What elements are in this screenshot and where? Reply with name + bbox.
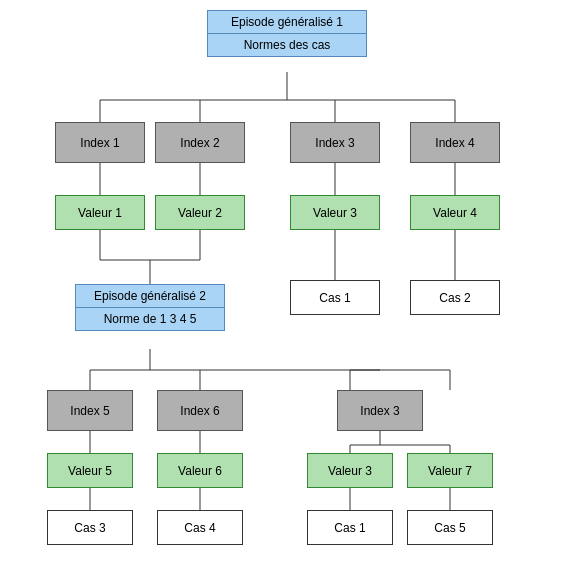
episode1-node: Episode généralisé 1 Normes des cas (207, 10, 367, 57)
valeur7-label: Valeur 7 (428, 464, 472, 478)
valeur1-label: Valeur 1 (78, 206, 122, 220)
episode2-sub: Norme de 1 3 4 5 (76, 308, 224, 330)
valeur1-node: Valeur 1 (55, 195, 145, 230)
cas1b-node: Cas 1 (307, 510, 393, 545)
valeur3b-node: Valeur 3 (307, 453, 393, 488)
cas4-node: Cas 4 (157, 510, 243, 545)
valeur3b-label: Valeur 3 (328, 464, 372, 478)
cas5-node: Cas 5 (407, 510, 493, 545)
index3a-label: Index 3 (315, 136, 354, 150)
index6-label: Index 6 (180, 404, 219, 418)
cas4-label: Cas 4 (184, 521, 215, 535)
episode2-title: Episode généralisé 2 (76, 285, 224, 308)
valeur6-node: Valeur 6 (157, 453, 243, 488)
cas3-node: Cas 3 (47, 510, 133, 545)
valeur7-node: Valeur 7 (407, 453, 493, 488)
index1-label: Index 1 (80, 136, 119, 150)
cas5-label: Cas 5 (434, 521, 465, 535)
index2-label: Index 2 (180, 136, 219, 150)
valeur3a-label: Valeur 3 (313, 206, 357, 220)
valeur4-label: Valeur 4 (433, 206, 477, 220)
cas1a-node: Cas 1 (290, 280, 380, 315)
index1-node: Index 1 (55, 122, 145, 163)
cas1a-label: Cas 1 (319, 291, 350, 305)
valeur5-label: Valeur 5 (68, 464, 112, 478)
index5-label: Index 5 (70, 404, 109, 418)
index3b-label: Index 3 (360, 404, 399, 418)
cas3-label: Cas 3 (74, 521, 105, 535)
valeur6-label: Valeur 6 (178, 464, 222, 478)
episode2-node: Episode généralisé 2 Norme de 1 3 4 5 (75, 284, 225, 331)
index2-node: Index 2 (155, 122, 245, 163)
index4-node: Index 4 (410, 122, 500, 163)
valeur4-node: Valeur 4 (410, 195, 500, 230)
index3b-node: Index 3 (337, 390, 423, 431)
episode1-title: Episode généralisé 1 (208, 11, 366, 34)
cas2-node: Cas 2 (410, 280, 500, 315)
valeur2-label: Valeur 2 (178, 206, 222, 220)
index5-node: Index 5 (47, 390, 133, 431)
cas1b-label: Cas 1 (334, 521, 365, 535)
index6-node: Index 6 (157, 390, 243, 431)
index3a-node: Index 3 (290, 122, 380, 163)
cas2-label: Cas 2 (439, 291, 470, 305)
tree-container: Episode généralisé 1 Normes des cas Inde… (0, 0, 574, 586)
index4-label: Index 4 (435, 136, 474, 150)
valeur3a-node: Valeur 3 (290, 195, 380, 230)
valeur2-node: Valeur 2 (155, 195, 245, 230)
valeur5-node: Valeur 5 (47, 453, 133, 488)
episode1-sub: Normes des cas (208, 34, 366, 56)
